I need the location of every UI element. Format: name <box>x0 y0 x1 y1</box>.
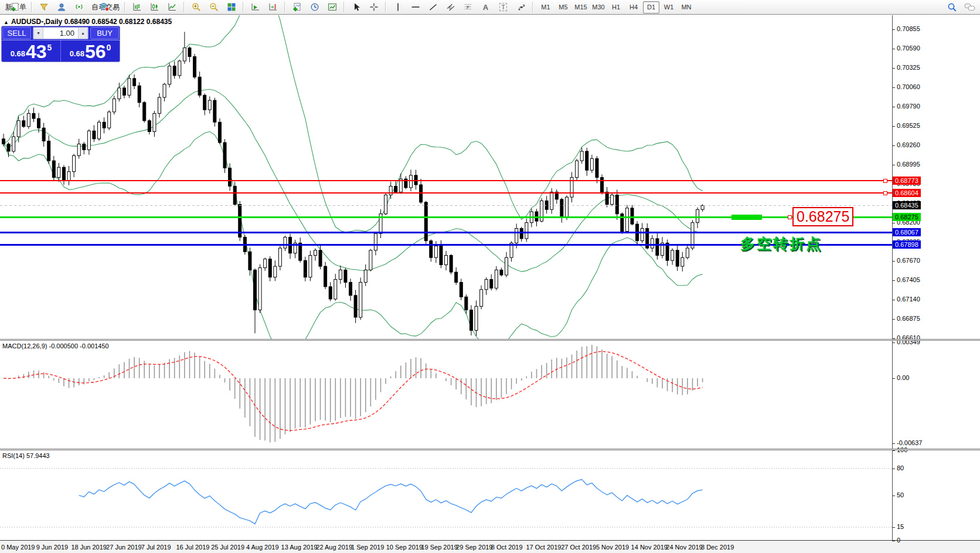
date-axis-label: 27 Oct 2019 <box>561 544 596 551</box>
green-line-handle[interactable] <box>731 215 762 220</box>
sell-price[interactable]: 0.68435 <box>2 40 60 62</box>
crosshair-button[interactable] <box>365 1 382 14</box>
macd-axis-tick <box>892 342 895 343</box>
tab-timeframe-m1[interactable]: M1 <box>537 1 554 13</box>
text-button[interactable]: A <box>477 1 494 14</box>
indicators-button[interactable]: ▾ <box>288 1 305 14</box>
chat-button[interactable] <box>961 1 978 14</box>
auto-trading-button[interactable]: 自动交易 <box>88 1 121 14</box>
date-axis-label: 25 Jul 2019 <box>211 544 244 551</box>
tab-timeframe-h4[interactable]: H4 <box>625 1 642 13</box>
fibonacci-button[interactable]: F <box>460 1 477 14</box>
macd-pane-canvas[interactable] <box>0 341 892 449</box>
sell-button[interactable]: SELL <box>2 27 31 39</box>
rsi-pane-separator[interactable] <box>0 449 980 450</box>
macd-pane-separator[interactable] <box>0 339 980 341</box>
line-chart-button[interactable] <box>164 1 181 14</box>
candle <box>87 130 90 155</box>
line-endpoint-marker[interactable] <box>883 191 887 195</box>
trendline-button[interactable] <box>424 1 441 14</box>
tab-timeframe-m15[interactable]: M15 <box>573 1 589 13</box>
ohlc-low: 0.68122 <box>119 18 144 26</box>
horizontal-line-object[interactable] <box>0 192 892 194</box>
spinner-down-icon: ▾ <box>38 30 40 36</box>
candle <box>344 268 347 288</box>
zoom-in-button[interactable] <box>188 1 205 14</box>
macd-label: MACD(12,26,9) -0.000500 -0.001450 <box>2 342 109 350</box>
main-chart-canvas[interactable] <box>0 15 892 339</box>
date-axis-label: 0 May 2019 <box>1 544 35 551</box>
zoom-out-button[interactable] <box>205 1 222 14</box>
new-order-icon <box>11 2 20 12</box>
candle <box>62 165 65 185</box>
rsi-pane-canvas[interactable] <box>0 450 892 541</box>
line-endpoint-marker[interactable] <box>883 179 887 183</box>
candle <box>490 274 493 291</box>
chart-shift-button[interactable] <box>264 1 281 14</box>
buy-button[interactable]: BUY <box>90 27 119 39</box>
candle <box>550 188 553 214</box>
tab-timeframe-m5[interactable]: M5 <box>555 1 571 13</box>
funnel-icon <box>39 2 49 12</box>
candle <box>625 205 628 233</box>
line-chart-icon <box>168 2 177 12</box>
label-button[interactable]: T <box>495 1 512 14</box>
tile-windows-button[interactable] <box>223 1 240 14</box>
chinese-annotation[interactable]: 多空转折点 <box>740 234 822 253</box>
profile-button[interactable] <box>53 1 70 14</box>
candle <box>570 172 573 202</box>
candle <box>254 269 257 334</box>
channel-button[interactable]: E <box>442 1 459 14</box>
tab-timeframe-w1[interactable]: W1 <box>661 1 677 13</box>
tab-timeframe-h1[interactable]: H1 <box>608 1 624 13</box>
rsi-axis-tick <box>892 496 895 496</box>
signal-button[interactable] <box>70 1 87 14</box>
tab-timeframe-m30[interactable]: M30 <box>590 1 607 13</box>
volume-decrease-button[interactable]: ▾ <box>33 28 43 39</box>
callout-anchor-marker[interactable] <box>788 215 792 219</box>
auto-scroll-button[interactable] <box>247 1 264 14</box>
new-order-button[interactable]: 新订单 <box>2 1 28 14</box>
candle <box>47 135 50 164</box>
search-button[interactable] <box>944 1 961 14</box>
candle <box>158 93 161 118</box>
vertical-line-button[interactable] <box>389 1 406 14</box>
bid-price-line[interactable] <box>0 205 892 206</box>
horizontal-line-button[interactable] <box>407 1 424 14</box>
price-tick <box>892 29 895 30</box>
vertical-line-icon <box>394 2 402 12</box>
tab-timeframe-d1[interactable]: D1 <box>643 1 659 13</box>
price-tick-label: 0.69260 <box>897 141 920 148</box>
zoom-out-icon <box>209 2 219 12</box>
signal-icon <box>74 2 84 12</box>
candlestick-chart-button[interactable] <box>146 1 163 14</box>
volume-increase-button[interactable]: ▴ <box>78 28 88 39</box>
candle <box>349 279 352 301</box>
bar-chart-button[interactable] <box>128 1 145 14</box>
date-axis-label: 9 Jun 2019 <box>36 544 68 551</box>
tab-timeframe-mn[interactable]: MN <box>678 1 695 13</box>
horizontal-line-object[interactable] <box>0 180 892 181</box>
arrows-button[interactable]: ▾ <box>512 1 529 14</box>
candle <box>83 142 86 154</box>
templates-button[interactable]: ▾ <box>324 1 341 14</box>
periods-button[interactable]: ▾ <box>306 1 323 14</box>
candle <box>93 125 96 142</box>
candle <box>233 182 236 206</box>
volume-input[interactable] <box>43 28 78 39</box>
horizontal-line-object[interactable] <box>0 232 892 233</box>
price-callout-label[interactable]: 0.68275 <box>792 207 853 226</box>
candle <box>681 252 684 272</box>
candle <box>153 111 156 137</box>
candle <box>122 86 125 99</box>
price-tick <box>892 87 895 88</box>
cursor-button[interactable] <box>348 1 365 14</box>
rsi-line <box>79 480 703 524</box>
buy-price[interactable]: 0.68560 <box>61 40 120 62</box>
candle <box>218 118 221 144</box>
fibonacci-icon <box>464 2 472 12</box>
candle <box>12 132 15 154</box>
funnel-button[interactable] <box>35 1 52 14</box>
timeframe-group: M1M5M15M30H1H4D1W1MN <box>537 1 695 13</box>
candle <box>485 277 488 295</box>
